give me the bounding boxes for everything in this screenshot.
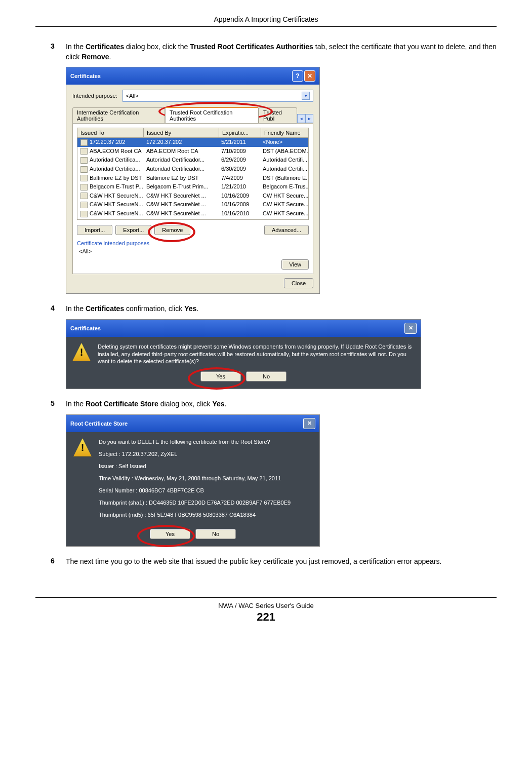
- step-3: 3 In the Certificates dialog box, click …: [51, 42, 497, 62]
- cell: Autoridad Certificador...: [143, 165, 218, 174]
- cell: CW HKT Secure...: [260, 192, 309, 201]
- q: Do you want to DELETE the following cert…: [99, 438, 291, 446]
- cell: Autoridad Certifica...: [77, 156, 143, 165]
- yes-button[interactable]: Yes: [200, 371, 241, 381]
- warning-icon: [72, 343, 91, 361]
- table-row[interactable]: Belgacom E-Trust P...Belgacom E-Trust Pr…: [77, 182, 309, 192]
- tab-strip: Intermediate Certification Authorities T…: [72, 107, 313, 124]
- table-row[interactable]: C&W HKT SecureN...C&W HKT SecureNet ...1…: [77, 192, 309, 201]
- t: dialog box, click the: [124, 43, 190, 51]
- b: Certificates: [86, 304, 124, 313]
- cell: 172.20.37.202: [143, 138, 218, 147]
- cell: Autoridad Certifica...: [77, 165, 143, 174]
- cell: 10/16/2009: [218, 200, 260, 209]
- cell: C&W HKT SecureN...: [77, 209, 143, 218]
- t: In the: [66, 400, 86, 408]
- warning-icon: [73, 438, 92, 456]
- cell: Belgacom E-Trust P...: [77, 182, 143, 192]
- certificates-dialog: Certificates ? ✕ Intended purpose: <All>…: [66, 67, 320, 294]
- purpose-value: <All>: [126, 93, 139, 99]
- cell: 10/16/2009: [218, 192, 260, 201]
- col-issued-by[interactable]: Issued By: [144, 128, 219, 137]
- cell: Baltimore EZ by DST: [143, 174, 218, 183]
- cell: Autoridad Certifi...: [260, 165, 309, 174]
- t: In the: [66, 43, 86, 51]
- certificates-confirm-dialog: Certificates ✕ Deleting system root cert…: [66, 319, 421, 390]
- close-dialog-button[interactable]: Close: [284, 278, 313, 288]
- cell: 7/10/2009: [218, 147, 260, 156]
- cell: 5/21/2011: [218, 138, 260, 147]
- chevron-down-icon: ▾: [302, 92, 310, 100]
- tab-intermediate[interactable]: Intermediate Certification Authorities: [72, 107, 165, 123]
- cell: CW HKT Secure...: [260, 200, 309, 209]
- advanced-button[interactable]: Advanced...: [264, 225, 309, 235]
- list-header: Issued To Issued By Expiratio... Friendl…: [77, 128, 309, 138]
- dialog-title: Certificates: [70, 73, 101, 79]
- table-row[interactable]: 172.20.37.202172.20.37.2025/21/2011<None…: [77, 138, 309, 147]
- page-footer: NWA / WAC Series User's Guide 221: [35, 597, 497, 624]
- b: Remove: [81, 53, 109, 61]
- step-text: The next time you go to the web site tha…: [66, 557, 497, 567]
- cell: 10/16/2010: [218, 209, 260, 218]
- close-button[interactable]: ✕: [404, 323, 417, 334]
- l: Serial Number : 00846BC7 4BBF7C2E CB: [99, 487, 291, 495]
- table-row[interactable]: Autoridad Certifica...Autoridad Certific…: [77, 156, 309, 165]
- cell: 6/29/2009: [218, 156, 260, 165]
- import-button[interactable]: Import...: [77, 225, 112, 235]
- t: .: [225, 400, 227, 408]
- titlebar: Certificates ✕: [66, 320, 421, 337]
- table-row[interactable]: C&W HKT SecureN...C&W HKT SecureNet ...1…: [77, 200, 309, 209]
- root-message: Do you want to DELETE the following cert…: [99, 438, 291, 523]
- tab-trusted-root[interactable]: Trusted Root Certification Authorities: [165, 107, 259, 123]
- b: Certificates: [86, 43, 124, 51]
- cell: 7/4/2009: [218, 174, 260, 183]
- table-row[interactable]: ABA.ECOM Root CAABA.ECOM Root CA7/10/200…: [77, 147, 309, 156]
- view-button[interactable]: View: [281, 259, 309, 270]
- page-header: Appendix A Importing Certificates: [35, 15, 497, 27]
- step-5: 5 In the Root Certificate Store dialog b…: [51, 399, 497, 409]
- page-number: 221: [35, 610, 497, 624]
- cell: C&W HKT SecureN...: [77, 200, 143, 209]
- cell: Belgacom E-Trust Prim...: [143, 182, 218, 192]
- col-friendly-name[interactable]: Friendly Name: [261, 128, 309, 137]
- t: confirmation, click: [124, 304, 184, 313]
- step-number: 4: [51, 304, 66, 314]
- help-button[interactable]: ?: [292, 70, 303, 82]
- cell: 6/30/2009: [218, 165, 260, 174]
- l: Subject : 172.20.37.202, ZyXEL: [99, 450, 291, 459]
- purpose-combobox[interactable]: <All> ▾: [122, 90, 313, 102]
- document-page: Appendix A Importing Certificates 3 In t…: [0, 0, 532, 634]
- cell: C&W HKT SecureNet ...: [143, 192, 218, 201]
- tab-scroll-right[interactable]: ▸: [305, 114, 313, 123]
- titlebar: Certificates ? ✕: [66, 67, 319, 85]
- group-label: Certificate intended purposes: [77, 240, 309, 246]
- purpose-label: Intended purpose:: [72, 93, 117, 99]
- col-issued-to[interactable]: Issued To: [77, 128, 144, 137]
- table-row[interactable]: Baltimore EZ by DSTBaltimore EZ by DST7/…: [77, 174, 309, 183]
- no-button[interactable]: No: [246, 371, 287, 381]
- tab-trusted-publishers-partial[interactable]: Trusted Publ: [259, 107, 297, 123]
- group-value: <All>: [79, 248, 309, 254]
- step-4: 4 In the Certificates confirmation, clic…: [51, 304, 497, 314]
- cell: 1/21/2010: [218, 182, 260, 192]
- col-expiration[interactable]: Expiratio...: [219, 128, 261, 137]
- yes-button[interactable]: Yes: [150, 529, 190, 539]
- close-button[interactable]: ✕: [303, 418, 315, 429]
- table-row[interactable]: Autoridad Certifica...Autoridad Certific…: [77, 165, 309, 174]
- export-button[interactable]: Export...: [115, 225, 151, 235]
- no-button[interactable]: No: [195, 529, 236, 539]
- t: In the: [66, 304, 86, 313]
- cell: Belgacom E-Trus...: [260, 182, 309, 192]
- step-text: In the Certificates dialog box, click th…: [66, 42, 497, 62]
- remove-button[interactable]: Remove: [154, 225, 190, 235]
- cell: CW HKT Secure...: [260, 209, 309, 218]
- certificate-list[interactable]: Issued To Issued By Expiratio... Friendl…: [77, 128, 309, 220]
- close-button[interactable]: ✕: [304, 70, 315, 82]
- table-row[interactable]: C&W HKT SecureN...C&W HKT SecureNet ...1…: [77, 209, 309, 218]
- b: Yes: [184, 304, 196, 313]
- step-number: 6: [51, 557, 66, 567]
- tab-scroll-left[interactable]: ◂: [297, 114, 305, 123]
- cell: ABA.ECOM Root CA: [77, 147, 143, 156]
- b: Yes: [212, 400, 224, 408]
- dialog-title: Root Certificate Store: [70, 421, 128, 427]
